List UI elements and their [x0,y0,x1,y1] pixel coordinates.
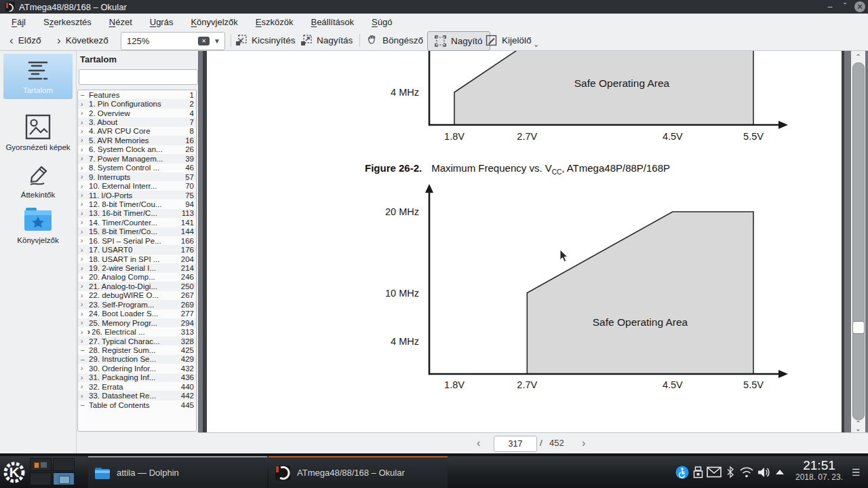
menu-item[interactable]: Ugrás [141,14,182,31]
close-button[interactable]: ✕ [854,1,865,12]
tree-expander-icon[interactable]: › [81,100,87,108]
tree-expander-icon[interactable]: › [81,246,87,254]
selection-tool-button[interactable]: Kijelölő [486,31,532,50]
menu-item[interactable]: Eszközök [247,14,302,31]
task-dolphin[interactable]: attila — Dolphin [88,456,267,488]
clear-icon[interactable]: ✕ [198,37,210,45]
maximize-button[interactable]: ˇ [840,1,850,12]
tree-expander-icon[interactable]: › [81,392,87,400]
volume-tray-icon[interactable] [757,456,771,488]
tree-expander-icon[interactable]: › [81,128,87,135]
desktop-1[interactable] [30,458,52,471]
application-launcher-button[interactable]: K [0,456,28,488]
tree-expander-icon[interactable]: › [81,337,87,345]
sidebar-item-contents[interactable]: Tartalom [3,54,73,99]
minimize-button[interactable]: – [825,1,835,12]
zoom-out-button[interactable]: Kicsinyítés [235,31,296,50]
menu-item[interactable]: Szerkesztés [35,14,100,31]
toc-item[interactable]: › 25. Memory Progr... 294 [78,318,196,327]
scroll-up-icon[interactable]: ⌃ [851,54,865,60]
tree-expander-icon[interactable]: › [81,119,87,126]
pdf-page[interactable]: 4 MHz1.8V2.7V4.5V5.5VSafe Operating Area… [203,51,844,432]
toc-item[interactable]: › 31. Packaging Inf... 436 [78,373,196,382]
scrollbar-track[interactable] [852,62,865,420]
zoom-combobox[interactable]: 125% ✕ ▼ [121,32,225,50]
desktop-3[interactable] [30,472,52,485]
tree-expander-icon[interactable]: › [81,136,87,144]
desktop-2[interactable] [53,458,75,471]
desktop-4-active[interactable] [53,472,75,485]
tree-expander-icon[interactable]: › [81,329,87,336]
toc-item[interactable]: › 8. System Control ... 46 [78,164,196,172]
previous-page-button[interactable]: ‹ Előző [9,31,41,50]
chevron-down-icon[interactable]: ▼ [214,37,220,45]
sidebar-item-reviews[interactable]: Áttekintők [3,157,73,204]
tree-expander-icon[interactable]: › [81,274,87,281]
tree-expander-icon[interactable]: › [81,301,87,308]
toc-item[interactable]: › 33. Datasheet Re... 442 [78,391,196,400]
tree-expander-icon[interactable]: › [81,173,87,181]
toc-item[interactable]: › 14. Timer/Counter... 141 [78,218,196,227]
toc-item[interactable]: › 24. Boot Loader S... 277 [78,309,196,318]
task-okular[interactable]: ATmega48/88/168 – Okular [269,456,448,488]
toc-item[interactable]: › 7. Power Managem... 39 [78,154,196,163]
sidebar-item-bookmarks[interactable]: Könyvjelzők [3,200,73,249]
digital-clock[interactable]: 21:51 2018. 07. 23. [787,458,852,482]
scroll-down-icon[interactable]: ⌄ [851,426,865,432]
tree-expander-icon[interactable]: › [81,109,87,117]
tree-expander-icon[interactable]: – [81,346,87,354]
toc-item[interactable]: › 21. Analog-to-Digi... 250 [78,282,196,290]
tree-expander-icon[interactable]: › [81,383,87,390]
toc-item[interactable]: › 23. Self-Program... 269 [78,300,196,309]
tree-expander-icon[interactable]: › [81,255,87,263]
tree-expander-icon[interactable]: › [81,265,87,272]
mail-tray-icon[interactable] [707,456,722,488]
toc-item[interactable]: › 17. USART0 176 [78,245,196,254]
tree-expander-icon[interactable]: › [81,319,87,326]
tree-expander-icon[interactable]: › [81,310,87,318]
document-view[interactable]: 4 MHz1.8V2.7V4.5V5.5VSafe Operating Area… [198,51,868,432]
next-page-button[interactable]: › Következő [57,31,108,50]
toc-item[interactable]: › 20. Analog Comp... 246 [78,273,196,282]
chevron-down-icon[interactable]: ⌄ [533,40,539,49]
toc-item[interactable]: › 5. AVR Memories 16 [78,136,196,145]
toc-item[interactable]: › 22. debugWIRE O... 267 [78,291,196,300]
tree-expander-icon[interactable]: › [81,200,87,208]
tree-expander-icon[interactable]: › [81,364,87,372]
toc-item[interactable]: › 16. SPI – Serial Pe... 166 [78,236,196,245]
menu-item[interactable]: Beállítások [302,14,363,31]
tree-expander-icon[interactable]: › [81,210,87,217]
tree-expander-icon[interactable]: › [81,146,87,153]
toc-item[interactable]: › 11. I/O-Ports 75 [78,191,196,200]
toc-search-input[interactable] [79,69,198,85]
toc-item[interactable]: › 3. About 7 [78,117,196,126]
toc-item[interactable]: – 29. Instruction Se... 429 [78,355,196,364]
accessibility-tray-icon[interactable] [675,456,689,488]
toc-item[interactable]: – Table of Contents 445 [78,400,196,409]
toc-item[interactable]: › › 26. Electrical ... 313 [78,327,196,336]
toc-item[interactable]: › 10. External Interr... 70 [78,181,196,190]
toc-item[interactable]: – 28. Register Sum... 425 [78,345,196,354]
wifi-tray-icon[interactable] [739,456,754,488]
toc-item[interactable]: › 15. 8-bit Timer/Co... 144 [78,227,196,236]
tree-expander-icon[interactable]: – [81,356,87,363]
sidebar-item-thumbnails[interactable]: Gyorsnézeti képek [3,108,73,156]
bluetooth-tray-icon[interactable] [726,456,734,488]
tree-expander-icon[interactable]: › [81,219,87,226]
toc-item[interactable]: › 2. Overview 4 [78,109,196,117]
magnifier-tool-button[interactable]: Nagyító [427,31,490,51]
tree-expander-icon[interactable]: › [81,191,87,199]
tree-expander-icon[interactable]: › [81,282,87,290]
tree-expander-icon[interactable]: › [81,164,87,172]
toc-item[interactable]: – Features 1 [78,90,196,99]
browse-tool-button[interactable]: Böngésző [366,31,423,50]
toc-item[interactable]: › 1. Pin Configurations 2 [78,99,196,108]
menu-item[interactable]: Könyvjelzők [182,14,246,31]
virtual-desktop-pager[interactable] [30,458,76,486]
panel-menu-icon[interactable]: ☰ [852,467,863,478]
zoom-in-button[interactable]: Nagyítás [300,31,353,50]
menu-item[interactable]: Nézet [100,14,141,31]
toc-item[interactable]: › 9. Interrupts 57 [78,172,196,181]
scrollbar-thumb[interactable] [852,321,865,334]
current-page-input[interactable] [494,436,537,452]
